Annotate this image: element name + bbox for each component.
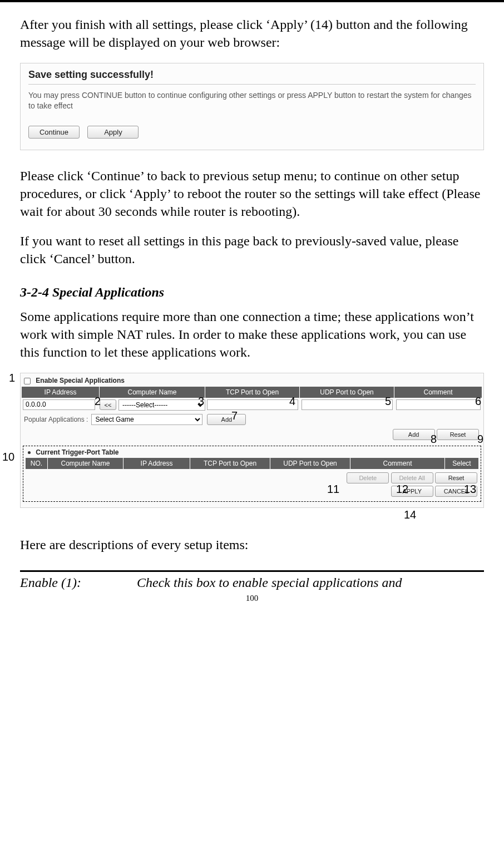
trigger-port-table-box: Current Trigger-Port Table NO. Computer … (23, 446, 481, 502)
save-success-desc: You may press CONTINUE button to continu… (28, 90, 476, 111)
callout-12: 12 (396, 483, 408, 496)
callout-1: 1 (9, 372, 15, 384)
bullet-icon (28, 451, 31, 454)
hdr2-cn: Computer Name (48, 458, 123, 469)
enable-label: Enable Special Applications (36, 377, 125, 384)
paragraph-cancel: If you want to reset all settings in thi… (20, 232, 484, 268)
hdr2-ip: IP Address (123, 458, 190, 469)
hdr-ip: IP Address (22, 387, 100, 398)
callout-3: 3 (198, 395, 204, 408)
delete-button[interactable]: Delete (347, 472, 389, 483)
table-header-row: NO. Computer Name IP Address TCP Port to… (26, 458, 478, 469)
definition-term: Enable (1): (20, 575, 137, 590)
footer-rule (20, 570, 484, 572)
apply-button[interactable]: Apply (87, 126, 139, 139)
callout-8: 8 (431, 433, 437, 446)
hdr-cn: Computer Name (100, 387, 205, 398)
tcp-port-input[interactable] (207, 399, 298, 410)
paragraph-items-intro: Here are descriptions of every setup ite… (20, 536, 484, 554)
callout-14: 14 (404, 509, 416, 521)
save-success-title: Save setting successfully! (28, 69, 476, 81)
hdr2-no: NO. (26, 458, 48, 469)
hdr-tcp: TCP Port to Open (205, 387, 300, 398)
callout-2: 2 (95, 395, 101, 408)
paragraph-specialapps: Some applications require more than one … (20, 308, 484, 362)
paragraph-intro: After you finish with all settings, plea… (20, 16, 484, 52)
callout-13: 13 (464, 483, 476, 496)
popular-apps-label: Popular Applications : (22, 416, 88, 423)
callout-10: 10 (2, 451, 14, 463)
trigger-port-title: Current Trigger-Port Table (36, 448, 118, 456)
comment-input[interactable] (396, 399, 481, 410)
popular-apps-select[interactable]: Select Game (91, 414, 202, 425)
special-apps-panel: Enable Special Applications IP Address C… (20, 373, 484, 508)
hdr-comment: Comment (394, 387, 482, 398)
delete-all-button[interactable]: Delete All (391, 472, 433, 483)
ip-input[interactable] (23, 399, 95, 410)
callout-11: 11 (327, 483, 339, 496)
add-button[interactable]: Add (393, 429, 435, 440)
divider (28, 84, 476, 85)
definition-desc: Check this box to enable special applica… (137, 575, 484, 590)
hdr2-tcp: TCP Port to Open (190, 458, 270, 469)
callout-7: 7 (231, 409, 238, 422)
reset-button[interactable]: Reset (437, 429, 479, 440)
input-header-row: IP Address Computer Name TCP Port to Ope… (22, 387, 482, 398)
hdr2-udp: UDP Port to Open (270, 458, 350, 469)
udp-port-input[interactable] (302, 399, 393, 410)
continue-button[interactable]: Continue (28, 126, 80, 139)
callout-4: 4 (289, 395, 295, 408)
section-heading: 3-2-4 Special Applications (20, 285, 484, 300)
reset-table-button[interactable]: Reset (435, 472, 477, 483)
enable-checkbox[interactable] (24, 378, 31, 384)
callout-5: 5 (385, 395, 391, 408)
computer-name-select[interactable]: ------Select------ (118, 399, 205, 411)
callout-9: 9 (477, 433, 483, 446)
hdr2-select: Select (445, 458, 478, 469)
callout-6: 6 (475, 395, 481, 408)
save-success-panel: Save setting successfully! You may press… (20, 63, 484, 150)
paragraph-continue: Please click ‘Continue’ to back to previ… (20, 167, 484, 221)
left-shift-button[interactable]: << (100, 399, 116, 410)
hdr-udp: UDP Port to Open (300, 387, 394, 398)
page-number: 100 (20, 594, 484, 603)
popular-add-button[interactable]: Add (207, 414, 246, 425)
hdr2-comment: Comment (350, 458, 445, 469)
